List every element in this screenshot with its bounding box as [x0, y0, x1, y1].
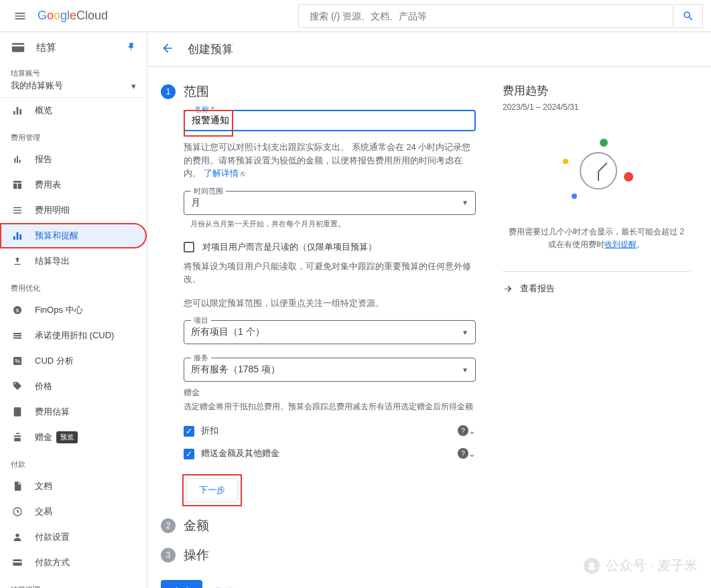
svg-rect-1 — [12, 45, 24, 47]
gift-icon — [11, 432, 24, 443]
chevron-down-icon: ▾ — [131, 81, 136, 91]
nav-group-admin: 结算管理 — [0, 575, 147, 588]
sidebar-item-credits[interactable]: 赠金 预览 — [0, 425, 147, 450]
account-selector[interactable]: 结算账号 我的结算账号 ▾ — [0, 63, 147, 98]
export-icon — [11, 256, 24, 267]
card-icon — [11, 557, 24, 568]
sidebar-item-pricing[interactable]: 价格 — [0, 374, 147, 399]
top-header: Google Cloud — [0, 0, 711, 32]
nav-group-cost: 费用管理 — [0, 123, 147, 147]
svg-rect-10 — [13, 561, 21, 563]
help-icon[interactable]: ? — [458, 425, 468, 436]
readonly-checkbox-row[interactable]: 对项目用户而言是只读的（仅限单项目预算） — [184, 241, 476, 253]
list-icon — [11, 205, 24, 216]
form-actions: 完成 取消 — [161, 580, 476, 588]
account-label: 结算账号 — [11, 68, 136, 78]
promo-checkbox[interactable]: ✓ — [184, 449, 194, 459]
step-title-amount: 金额 — [184, 517, 209, 534]
nav-group-optimization: 费用优化 — [0, 274, 147, 297]
sidebar-item-finops[interactable]: $ FinOps 中心 — [0, 297, 147, 323]
billing-icon — [11, 40, 25, 55]
done-button[interactable]: 完成 — [161, 580, 202, 588]
budget-description: 预算让您可以对照计划支出跟踪实际支出。 系统通常会在 24 小时内记录您的费用。… — [184, 141, 476, 180]
sidebar-title: 结算 — [0, 32, 147, 63]
sidebar-item-transactions[interactable]: 交易 — [0, 499, 147, 524]
time-range-label: 时间范围 — [191, 186, 226, 196]
step-actions: 3 操作 — [161, 546, 476, 564]
cud-icon — [11, 330, 24, 341]
step-title-scope: 范围 — [184, 83, 209, 100]
nav-group-payment: 付款 — [0, 450, 147, 473]
overview-icon — [11, 105, 24, 116]
step-title-actions: 操作 — [184, 546, 209, 564]
scope-desc: 您可以限定预算范围，以便重点关注一组特定资源。 — [184, 297, 476, 310]
svg-rect-0 — [12, 43, 24, 52]
service-select[interactable]: 服务 所有服务（1785 项） ▼ — [184, 358, 476, 382]
logo[interactable]: Google Cloud — [38, 9, 108, 23]
sidebar-item-export[interactable]: 结算导出 — [0, 248, 147, 274]
main-content: 创建预算 1 范围 名称 * 预算让您可以 — [147, 32, 711, 588]
readonly-checkbox[interactable] — [184, 242, 194, 252]
table-icon — [11, 179, 24, 190]
trend-date-range: 2023/5/1 – 2024/5/31 — [503, 102, 690, 112]
readonly-desc: 将预算设为项目用户只能读取，可避免对集中跟踪的重要预算的任何意外修改。 — [184, 260, 476, 286]
view-report-link[interactable]: 查看报告 — [503, 271, 690, 295]
time-range-hint: 月份从当月第一天开始，并在每个月月初重置。 — [184, 219, 476, 229]
search-input[interactable] — [304, 11, 667, 21]
sidebar-item-payment-settings[interactable]: 付款设置 — [0, 524, 147, 550]
trend-title: 费用趋势 — [503, 83, 690, 98]
hamburger-icon[interactable] — [8, 4, 32, 28]
step-amount: 2 金额 — [161, 517, 476, 534]
pin-icon[interactable] — [127, 42, 136, 54]
watermark: 公众号 · 麦子米 — [583, 557, 698, 575]
search-button[interactable] — [673, 4, 703, 28]
service-label: 服务 — [191, 353, 211, 363]
sidebar-item-budgets[interactable]: 预算和提醒 — [0, 223, 147, 248]
trend-alert-link[interactable]: 收到提醒 — [604, 240, 637, 249]
clock-icon — [11, 506, 24, 517]
search-box[interactable] — [298, 4, 673, 28]
sidebar-item-docs[interactable]: 文档 — [0, 473, 147, 499]
name-field[interactable]: 名称 * — [184, 110, 476, 131]
learn-more-link[interactable]: 了解详情 — [204, 168, 239, 178]
project-select[interactable]: 项目 所有项目（1 个） ▼ — [184, 320, 476, 344]
svg-point-8 — [15, 534, 19, 537]
sidebar-item-cud[interactable]: 承诺使用折扣 (CUD) — [0, 323, 147, 348]
chevron-down-icon: ▼ — [462, 329, 468, 336]
trend-note: 费用需要过几个小时才会显示，最长可能会超过 2 或在有使用费时收到提醒。 — [503, 226, 690, 251]
sidebar-item-cost-table[interactable]: 费用表 — [0, 172, 147, 198]
step-number-1: 1 — [161, 84, 176, 99]
sidebar-item-cud-analysis[interactable]: % CUD 分析 — [0, 348, 147, 374]
time-range-select[interactable]: 时间范围 月 ▼ — [184, 191, 476, 215]
back-button[interactable] — [161, 42, 174, 57]
sidebar-item-cost-estimate[interactable]: 费用估算 — [0, 399, 147, 425]
person-icon — [11, 532, 24, 542]
svg-rect-6 — [14, 407, 21, 416]
svg-text:$: $ — [16, 307, 19, 313]
trend-panel: 费用趋势 2023/5/1 – 2024/5/31 费用需要过几个小时才会显示，… — [503, 83, 690, 588]
step-number-2: 2 — [161, 518, 176, 533]
readonly-label: 对项目用户而言是只读的（仅限单项目预算） — [202, 241, 377, 253]
name-label: 名称 * — [192, 104, 216, 115]
sidebar-item-reports[interactable]: 报告 — [0, 147, 147, 172]
discount-checkbox[interactable]: ✓ — [184, 426, 194, 437]
finops-icon: $ — [11, 305, 24, 315]
sidebar-item-overview[interactable]: 概览 — [0, 98, 147, 123]
help-icon[interactable]: ? — [458, 448, 468, 459]
chevron-down-icon: ⌄ — [468, 449, 476, 459]
external-link-icon: ⎋ — [241, 169, 245, 177]
doc-icon — [11, 481, 24, 492]
page-header: 创建预算 — [147, 32, 711, 67]
discount-row[interactable]: ✓ 折扣 ? ⌄ — [184, 419, 476, 442]
sidebar-item-payment-method[interactable]: 付款方式 — [0, 550, 147, 575]
clock-illustration — [560, 132, 633, 206]
next-button[interactable]: 下一步 — [186, 478, 238, 502]
tag-icon — [11, 381, 24, 392]
promo-row[interactable]: ✓ 赠送金额及其他赠金 ? ⌄ — [184, 442, 476, 465]
sidebar-item-cost-breakdown[interactable]: 费用明细 — [0, 198, 147, 223]
calculator-icon — [11, 407, 24, 417]
percent-icon: % — [11, 356, 24, 366]
name-input[interactable] — [192, 115, 468, 126]
next-button-wrapper: 下一步 — [184, 475, 241, 505]
project-label: 项目 — [191, 315, 211, 325]
